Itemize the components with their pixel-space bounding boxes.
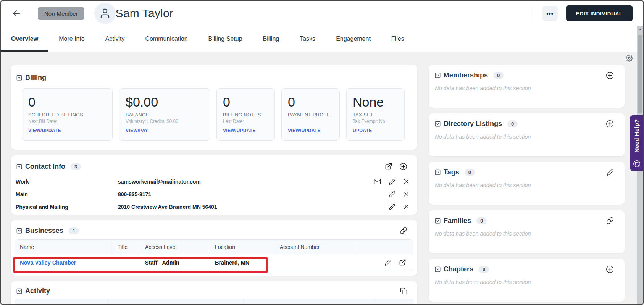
- column-header-access-level: Access Level: [140, 240, 210, 254]
- send-email-icon[interactable]: [374, 178, 381, 185]
- edit-tags-icon[interactable]: [607, 169, 614, 176]
- contact-label: Physical and Mailing: [16, 204, 118, 210]
- families-count-badge: 0: [476, 217, 487, 224]
- delete-contact-icon[interactable]: [403, 178, 410, 185]
- business-access-level: Staff - Admin: [140, 254, 210, 271]
- scheduled-billings-view-update-link[interactable]: VIEW/UPDATE: [28, 128, 61, 133]
- payment-profiles-view-update-link[interactable]: VIEW/UPDATE: [288, 128, 321, 133]
- edit-business-icon[interactable]: [384, 259, 391, 266]
- scheduled-billings-label: SCHEDULED BILLINGS: [28, 112, 106, 118]
- column-header-name: Name: [15, 240, 113, 254]
- collapse-directory-listings-icon[interactable]: [435, 121, 441, 127]
- businesses-section: Businesses 1 Name Title Access Level Loc…: [11, 220, 417, 276]
- collapse-chapters-icon[interactable]: [435, 266, 441, 272]
- contact-info-section: Contact Info 3 Work samsworkemail@mailin…: [11, 155, 417, 215]
- life-buoy-icon: [633, 160, 641, 168]
- delete-contact-icon[interactable]: [403, 203, 410, 210]
- scheduled-billings-card: 0 SCHEDULED BILLINGS Next Bill Date: VIE…: [22, 88, 113, 141]
- tab-engagement[interactable]: Engagement: [326, 26, 381, 52]
- contact-row-address: Physical and Mailing 2010 Crestview Ave …: [11, 200, 417, 213]
- collapse-businesses-icon[interactable]: [16, 228, 22, 234]
- activity-section-title: Activity: [25, 287, 50, 295]
- tax-set-value: None: [353, 95, 398, 109]
- edit-individual-button[interactable]: EDIT INDIVIDUAL: [566, 5, 633, 21]
- businesses-table: Name Title Access Level Location Account…: [15, 239, 413, 271]
- directory-listings-section: Directory Listings 0 No data has been ad…: [429, 113, 625, 156]
- collapse-memberships-icon[interactable]: [435, 73, 441, 78]
- business-row: Nova Valley Chamber Staff - Admin Braine…: [15, 254, 413, 271]
- scheduled-billings-value: 0: [28, 95, 106, 109]
- collapse-billing-icon[interactable]: [16, 75, 22, 81]
- tags-section: Tags 0 No data has been added to this se…: [429, 162, 625, 205]
- balance-credits: Voluntary: | Credits: $0.00: [126, 119, 203, 124]
- billing-notes-label: BILLING NOTES: [223, 112, 268, 118]
- collapse-tags-icon[interactable]: [435, 169, 441, 175]
- delete-contact-icon[interactable]: [403, 191, 410, 197]
- copy-activity-icon[interactable]: [400, 287, 407, 295]
- open-contact-info-external-icon[interactable]: [385, 163, 392, 170]
- open-business-external-icon[interactable]: [399, 259, 406, 266]
- link-business-icon[interactable]: [400, 227, 407, 234]
- families-section: Families 0 No data has been added to thi…: [429, 210, 625, 253]
- page-settings-gear-icon[interactable]: [626, 55, 633, 62]
- edit-contact-icon[interactable]: [389, 191, 395, 198]
- contact-label: Work: [16, 179, 118, 185]
- tab-billing[interactable]: Billing: [253, 26, 290, 52]
- add-chapter-icon[interactable]: [606, 265, 614, 273]
- tab-communication[interactable]: Communication: [135, 26, 198, 52]
- add-membership-icon[interactable]: [606, 71, 614, 79]
- app-window: Non-Member Sam Taylor ••• EDIT INDIVIDUA…: [0, 0, 644, 305]
- avatar: [94, 3, 116, 24]
- business-location: Brainerd, MN: [210, 254, 275, 271]
- back-button[interactable]: [11, 8, 21, 18]
- collapse-contact-info-icon[interactable]: [16, 164, 22, 169]
- link-family-icon[interactable]: [606, 217, 614, 224]
- edit-contact-icon[interactable]: [389, 203, 395, 210]
- activity-section: Activity: [11, 281, 417, 305]
- families-empty-text: No data has been added to this section: [435, 231, 618, 237]
- scrollbar-thumb[interactable]: [638, 35, 642, 113]
- business-name-link[interactable]: Nova Valley Chamber: [20, 260, 76, 266]
- add-contact-info-icon[interactable]: [399, 163, 407, 171]
- billing-notes-view-update-link[interactable]: VIEW/UPDATE: [223, 128, 256, 133]
- contact-value: 800-825-9171: [118, 191, 389, 197]
- column-header-account-number: Account Number: [275, 240, 357, 254]
- contact-row-main-phone: Main 800-825-9171: [11, 188, 417, 200]
- contact-value: 2010 Crestview Ave Brainerd MN 56401: [118, 204, 389, 210]
- tab-tasks[interactable]: Tasks: [289, 26, 326, 52]
- chapters-section-title: Chapters: [444, 265, 473, 273]
- directory-listings-count-badge: 0: [507, 120, 518, 127]
- tab-more-info[interactable]: More Info: [48, 26, 95, 52]
- column-header-location: Location: [210, 240, 275, 254]
- contact-info-count-badge: 3: [71, 163, 81, 170]
- payment-profiles-sub: [288, 119, 333, 124]
- tax-set-card: None TAX SET Tax Exempt: No UPDATE: [346, 88, 405, 141]
- memberships-count-badge: 0: [493, 72, 504, 79]
- memberships-empty-text: No data has been added to this section: [435, 85, 618, 91]
- collapse-activity-icon[interactable]: [16, 288, 22, 294]
- payment-profiles-value: 0: [288, 95, 333, 109]
- tax-set-update-link[interactable]: UPDATE: [353, 128, 372, 133]
- billing-section-title: Billing: [25, 74, 46, 82]
- tags-count-badge: 0: [465, 169, 475, 176]
- need-help-tab[interactable]: Need Help?: [630, 115, 643, 171]
- more-options-button[interactable]: •••: [542, 6, 558, 21]
- header-divider: [31, 1, 31, 26]
- tax-set-label: TAX SET: [353, 112, 398, 118]
- tab-files[interactable]: Files: [381, 26, 415, 52]
- tab-overview[interactable]: Overview: [1, 26, 48, 52]
- tax-exempt-status: Tax Exempt: No: [353, 119, 398, 124]
- add-directory-listing-icon[interactable]: [606, 120, 614, 128]
- tab-activity[interactable]: Activity: [95, 26, 135, 52]
- need-help-label: Need Help?: [633, 119, 640, 153]
- scroll-up-arrow[interactable]: ▲: [637, 26, 643, 32]
- main-column: Billing 0 SCHEDULED BILLINGS Next Bill D…: [11, 65, 417, 305]
- collapse-families-icon[interactable]: [435, 218, 441, 224]
- tab-billing-setup[interactable]: Billing Setup: [198, 26, 253, 52]
- balance-view-pay-link[interactable]: VIEW/PAY: [126, 128, 148, 133]
- page-title: Sam Taylor: [116, 7, 174, 20]
- contact-label: Main: [16, 191, 118, 197]
- edit-contact-icon[interactable]: [389, 178, 395, 185]
- businesses-count-badge: 1: [69, 227, 79, 234]
- billing-notes-last-date: Last Date:: [223, 119, 268, 124]
